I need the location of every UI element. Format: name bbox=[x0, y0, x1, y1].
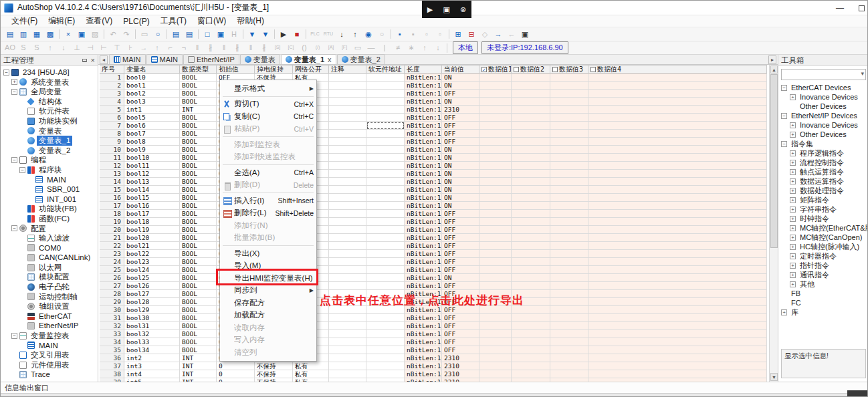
tab-scroll-left[interactable]: ◂ bbox=[100, 55, 108, 64]
cell[interactable] bbox=[512, 346, 550, 354]
cell[interactable]: 7 bbox=[100, 122, 124, 130]
tree-item-COM0[interactable]: COM0 bbox=[1, 243, 98, 253]
toolbox-item-矩阵指令[interactable]: +矩阵指令 bbox=[778, 195, 868, 205]
cell[interactable] bbox=[588, 322, 767, 330]
tree-item-变量表_2[interactable]: 变量表_2 bbox=[1, 146, 98, 156]
tree-item-功能块实例[interactable]: 功能块实例 bbox=[1, 116, 98, 126]
cell[interactable] bbox=[329, 202, 366, 210]
cell[interactable] bbox=[329, 90, 366, 98]
cell[interactable] bbox=[479, 250, 512, 258]
cell[interactable]: bool33 bbox=[124, 338, 180, 346]
cell[interactable]: BOOL bbox=[180, 122, 217, 130]
toolbox-item-Inovance-Devices[interactable]: +Inovance Devices bbox=[778, 120, 868, 130]
toolbox-item-MC轴控-EtherCAT-脉冲输出-[interactable]: +MC轴控(EtherCAT&脉冲输出) bbox=[778, 223, 868, 233]
cell[interactable]: OFF bbox=[442, 234, 479, 242]
cell[interactable] bbox=[550, 210, 588, 218]
cell[interactable] bbox=[588, 82, 767, 90]
cell[interactable]: OFF bbox=[442, 242, 479, 250]
cell[interactable]: nBitLen:1 bbox=[405, 322, 442, 330]
cell[interactable] bbox=[588, 258, 767, 266]
cell[interactable]: BOOL bbox=[180, 194, 217, 202]
cell[interactable]: BOOL bbox=[180, 250, 217, 258]
cell[interactable]: ON bbox=[442, 74, 479, 82]
toolbox-filter-dropdown[interactable] bbox=[781, 69, 866, 80]
cell[interactable] bbox=[329, 162, 366, 170]
cell[interactable] bbox=[512, 82, 550, 90]
cell[interactable] bbox=[329, 138, 366, 146]
expand-icon[interactable]: + bbox=[790, 178, 796, 184]
cell[interactable] bbox=[512, 114, 550, 122]
cell[interactable]: ON bbox=[442, 162, 479, 170]
cell[interactable] bbox=[479, 106, 512, 114]
cell[interactable] bbox=[512, 258, 550, 266]
cell[interactable] bbox=[512, 210, 550, 218]
cell[interactable]: OFF bbox=[442, 330, 479, 338]
toolbox-item-Other-Devices[interactable]: Other Devices bbox=[778, 102, 868, 111]
menu-item-保存配方[interactable]: 保存配方 bbox=[220, 297, 316, 309]
cell[interactable] bbox=[588, 130, 767, 138]
collapse-icon[interactable]: − bbox=[19, 167, 25, 173]
cell[interactable] bbox=[588, 370, 767, 378]
tree-item-模块配置[interactable]: 模块配置 bbox=[1, 272, 98, 282]
cell[interactable]: BOOL bbox=[180, 338, 217, 346]
checked-checkbox[interactable]: ✓ bbox=[481, 67, 487, 72]
tab-MAIN[interactable]: MAIN bbox=[146, 54, 183, 64]
cell[interactable]: INT bbox=[180, 370, 217, 378]
cell[interactable]: nBitLen:1 bbox=[405, 74, 442, 82]
cell[interactable]: nBitLen:1 bbox=[405, 218, 442, 226]
cell[interactable]: 34 bbox=[100, 338, 124, 346]
expand-icon[interactable]: + bbox=[790, 132, 796, 138]
unchecked-checkbox[interactable] bbox=[552, 67, 558, 72]
cell[interactable] bbox=[479, 170, 512, 178]
cell[interactable]: 20 bbox=[100, 226, 124, 234]
cell[interactable] bbox=[366, 138, 405, 146]
cell[interactable]: nBitLen:1 bbox=[405, 90, 442, 98]
cell[interactable] bbox=[588, 114, 767, 122]
cell[interactable]: ON bbox=[442, 194, 479, 202]
cell[interactable] bbox=[550, 170, 588, 178]
menu-item-加载配方[interactable]: 加载配方 bbox=[220, 309, 316, 322]
cell[interactable] bbox=[366, 210, 405, 218]
cell[interactable] bbox=[329, 258, 366, 266]
edit-write-icon[interactable]: ▪ bbox=[394, 29, 406, 40]
window-tile-icon[interactable]: ▣ bbox=[215, 29, 227, 40]
cell[interactable]: OFF bbox=[442, 282, 479, 290]
cell[interactable] bbox=[588, 138, 767, 146]
cell[interactable]: nBitLen:1 bbox=[405, 138, 442, 146]
cell[interactable]: bool0 bbox=[124, 74, 180, 82]
cell[interactable] bbox=[550, 114, 588, 122]
cell[interactable] bbox=[588, 362, 767, 370]
cell[interactable] bbox=[366, 314, 405, 322]
cell[interactable]: bool31 bbox=[124, 322, 180, 330]
cell[interactable]: 32 bbox=[100, 322, 124, 330]
column-header-数据值2[interactable]: 数据值2 bbox=[512, 65, 550, 74]
cell[interactable] bbox=[588, 178, 767, 186]
tab-scroll-right[interactable]: ▸ bbox=[768, 55, 776, 64]
cell[interactable]: BOOL bbox=[180, 186, 217, 194]
tree-item-函数-FC-[interactable]: 函数(FC) bbox=[1, 214, 98, 224]
cell[interactable] bbox=[588, 354, 767, 362]
cell[interactable]: BOOL bbox=[180, 314, 217, 322]
cell[interactable] bbox=[550, 346, 588, 354]
column-header-数据值3[interactable]: 数据值3 bbox=[550, 65, 588, 74]
cell[interactable] bbox=[479, 362, 512, 370]
cell[interactable]: OFF bbox=[442, 226, 479, 234]
cell[interactable] bbox=[512, 242, 550, 250]
column-header-数据值4[interactable]: 数据值4 bbox=[588, 65, 767, 74]
cell[interactable]: bool23 bbox=[124, 258, 180, 266]
cell[interactable] bbox=[479, 186, 512, 194]
cell[interactable] bbox=[550, 178, 588, 186]
menu-item-插入行-I-[interactable]: 插入行(I)Shift+Insert bbox=[220, 194, 316, 207]
cell[interactable] bbox=[366, 178, 405, 186]
cell[interactable] bbox=[588, 250, 767, 258]
expand-icon[interactable]: + bbox=[790, 281, 796, 287]
cell[interactable] bbox=[366, 330, 405, 338]
tree-item-程序块[interactable]: −程序块 bbox=[1, 165, 98, 175]
tree-item-配置[interactable]: −配置 bbox=[1, 224, 98, 234]
tree-item-变量监控表[interactable]: −变量监控表 bbox=[1, 331, 98, 341]
compile-icon[interactable]: ▼ bbox=[246, 29, 258, 40]
cell[interactable]: OFF bbox=[442, 250, 479, 258]
cell[interactable] bbox=[366, 234, 405, 242]
collapse-icon[interactable]: − bbox=[11, 333, 17, 339]
cell[interactable]: nBitLen:1 bbox=[405, 130, 442, 138]
